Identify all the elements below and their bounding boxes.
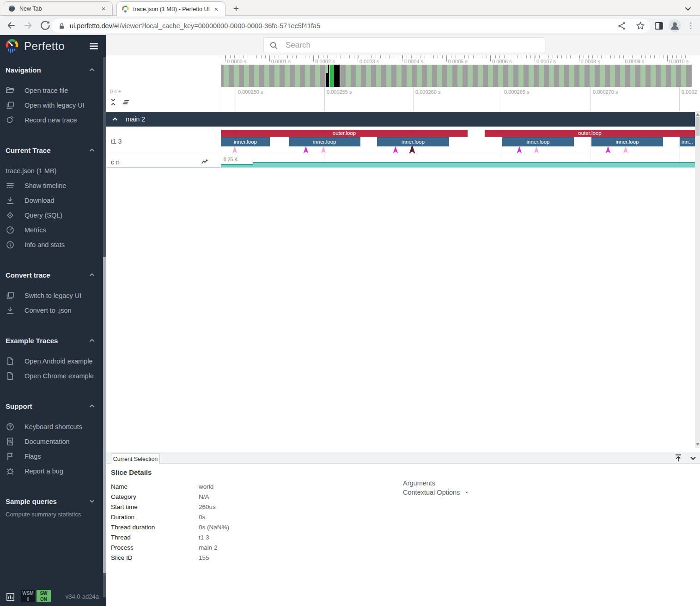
sidebar-item-open-trace-file[interactable]: Open trace file bbox=[0, 83, 103, 98]
profile-avatar[interactable] bbox=[669, 19, 681, 32]
collapse-panel-chevron-icon[interactable] bbox=[688, 454, 698, 463]
sidebar-item-open-chrome-example[interactable]: Open Chrome example bbox=[0, 369, 103, 383]
details-panel-header[interactable]: Current Selection bbox=[106, 452, 700, 464]
slice-outer-loop[interactable]: outer.loop bbox=[221, 130, 468, 137]
sidebar-item-keyboard-shortcuts[interactable]: Keyboard shortcuts bbox=[0, 419, 103, 434]
expand-panel-icon[interactable] bbox=[674, 454, 683, 463]
ruler-minor-tick bbox=[314, 55, 314, 58]
scrollbar-thumb[interactable] bbox=[695, 117, 700, 136]
instant-marker-magenta[interactable] bbox=[605, 146, 611, 154]
slice-inner-loop[interactable]: inner.loop bbox=[289, 137, 360, 146]
ruler-minor-tick bbox=[433, 55, 434, 58]
ruler-minor-tick bbox=[305, 55, 305, 58]
download-icon bbox=[6, 196, 15, 205]
sidebar-item-convert-to-json[interactable]: Convert to .json bbox=[0, 303, 103, 318]
instant-marker-magenta[interactable] bbox=[517, 146, 522, 154]
tab-close-icon[interactable]: × bbox=[212, 5, 220, 13]
contextual-options-dropdown[interactable]: Contextual Options bbox=[403, 488, 470, 497]
sidebar-item-query-sql[interactable]: Query (SQL) bbox=[0, 208, 103, 223]
reload-button[interactable] bbox=[39, 19, 51, 31]
sidebar-item-show-timeline[interactable]: Show timeline bbox=[0, 178, 103, 193]
url-bar[interactable]: ui.perfetto.dev/#!/viewer?local_cache_ke… bbox=[52, 19, 650, 33]
viewport-region-shade[interactable] bbox=[334, 65, 340, 87]
browser-menu-icon[interactable]: ⋮ bbox=[685, 20, 696, 31]
sidebar-section-header-convert-trace[interactable]: Convert trace bbox=[0, 269, 103, 281]
sidebar-item-switch-to-legacy-ui[interactable]: Switch to legacy UI bbox=[0, 288, 103, 303]
browser-tab-newtab[interactable]: New Tab × bbox=[3, 1, 113, 16]
thread-track: t1 3 outer.loopouter.loopinner.loopinner… bbox=[106, 127, 695, 155]
sidebar-section-header-support[interactable]: Support bbox=[0, 400, 103, 412]
timeline-vertical-scrollbar[interactable] bbox=[695, 111, 700, 448]
bookmark-star-icon[interactable] bbox=[635, 21, 645, 31]
sidebar-item-open-with-legacy-ui[interactable]: Open with legacy UI bbox=[0, 98, 103, 113]
slice-inner-loop[interactable]: inner.loop bbox=[221, 137, 270, 146]
scroll-up-arrow-icon[interactable] bbox=[696, 113, 700, 116]
sidebar-item-download[interactable]: Download bbox=[0, 193, 103, 208]
instant-marker-magenta[interactable] bbox=[393, 146, 398, 154]
search-box[interactable] bbox=[263, 37, 545, 53]
counter-track-lane[interactable]: 0.25 K bbox=[221, 156, 695, 167]
detail-value: 0s bbox=[199, 514, 205, 521]
arguments-label: Arguments bbox=[403, 479, 470, 488]
viewport-marker-notch[interactable] bbox=[326, 73, 329, 87]
counter-area-segment[interactable] bbox=[253, 162, 695, 167]
side-panel-icon[interactable] bbox=[653, 20, 664, 31]
sidebar-item-metrics[interactable]: Metrics bbox=[0, 223, 103, 237]
instant-marker-pink[interactable] bbox=[232, 146, 237, 154]
ruler-tick-label: 0.0005 s bbox=[448, 59, 468, 64]
menu-hamburger-icon[interactable] bbox=[88, 40, 100, 52]
forward-button[interactable] bbox=[22, 19, 34, 31]
ruler-minor-tick bbox=[535, 55, 536, 58]
tab-list-chevron-icon[interactable] bbox=[683, 4, 693, 13]
search-input[interactable] bbox=[286, 41, 539, 50]
instant-marker-selected[interactable] bbox=[409, 145, 416, 154]
detail-label: Process bbox=[111, 544, 199, 551]
sidebar-section-subtitle[interactable]: Compute summary statistics bbox=[0, 511, 103, 518]
sidebar-scrollbar[interactable] bbox=[103, 57, 106, 597]
thread-track-lane[interactable]: outer.loopouter.loopinner.loopinner.loop… bbox=[221, 127, 695, 155]
ruler-minor-tick bbox=[645, 55, 646, 58]
back-button[interactable] bbox=[5, 19, 17, 31]
sidebar-item-report-a-bug[interactable]: Report a bug bbox=[0, 464, 103, 479]
slice-inner-loop[interactable]: inn... bbox=[680, 137, 695, 146]
instant-marker-pink[interactable] bbox=[623, 146, 628, 154]
detail-label: Slice ID bbox=[111, 554, 199, 561]
sidebar-item-trace-json-1-mb[interactable]: trace.json (1 MB) bbox=[0, 164, 103, 178]
sidebar-item-open-android-example[interactable]: Open Android example bbox=[0, 354, 103, 369]
ruler-minor-tick bbox=[279, 55, 279, 58]
instant-marker-pink[interactable] bbox=[321, 146, 326, 154]
sidebar-section-convert-trace: Convert traceSwitch to legacy UIConvert … bbox=[0, 269, 103, 318]
timeline-minimap[interactable] bbox=[221, 65, 692, 87]
instant-marker-pink[interactable] bbox=[534, 146, 539, 154]
collapse-tracks-icon[interactable] bbox=[109, 98, 117, 106]
viewport-region-highlight[interactable] bbox=[330, 65, 334, 87]
sidebar-item-documentation[interactable]: Documentation bbox=[0, 434, 103, 449]
share-icon[interactable] bbox=[617, 21, 627, 31]
sidebar-item-flags[interactable]: Flags bbox=[0, 449, 103, 464]
scroll-down-arrow-icon[interactable] bbox=[696, 443, 700, 446]
process-group-header[interactable]: main 2 bbox=[106, 112, 695, 127]
counter-area-segment[interactable] bbox=[221, 164, 253, 167]
chevron-up-icon[interactable] bbox=[111, 115, 119, 123]
search-icon bbox=[269, 41, 278, 50]
track-filter-icon[interactable] bbox=[122, 98, 130, 106]
sidebar-section-header-example-traces[interactable]: Example Traces bbox=[0, 334, 103, 346]
current-selection-tab[interactable]: Current Selection bbox=[111, 453, 160, 465]
sidebar-section-header-sample-queries[interactable]: Sample queries bbox=[0, 495, 103, 507]
slice-outer-loop[interactable]: outer.loop bbox=[485, 130, 695, 137]
ruler-minor-tick bbox=[650, 55, 651, 58]
browser-tab-perfetto[interactable]: trace.json (1 MB) - Perfetto UI × bbox=[116, 1, 225, 16]
ruler-minor-tick bbox=[460, 55, 460, 58]
sidebar-item-info-and-stats[interactable]: Info and stats bbox=[0, 237, 103, 252]
sidebar-section-header-current-trace[interactable]: Current Trace bbox=[0, 144, 103, 156]
slice-inner-loop[interactable]: inner.loop bbox=[591, 137, 663, 146]
slice-inner-loop[interactable]: inner.loop bbox=[502, 137, 574, 146]
sidebar-item-record-new-trace[interactable]: Record new trace bbox=[0, 113, 103, 127]
instant-marker-magenta[interactable] bbox=[303, 146, 309, 154]
new-tab-button[interactable]: + bbox=[230, 3, 242, 15]
detail-value: 155 bbox=[199, 554, 209, 561]
perf-stats-icon[interactable] bbox=[6, 593, 15, 601]
tab-close-icon[interactable]: × bbox=[99, 5, 108, 13]
sidebar-scrollbar-thumb[interactable] bbox=[103, 257, 106, 573]
sidebar-section-header-navigation[interactable]: Navigation bbox=[0, 64, 103, 76]
